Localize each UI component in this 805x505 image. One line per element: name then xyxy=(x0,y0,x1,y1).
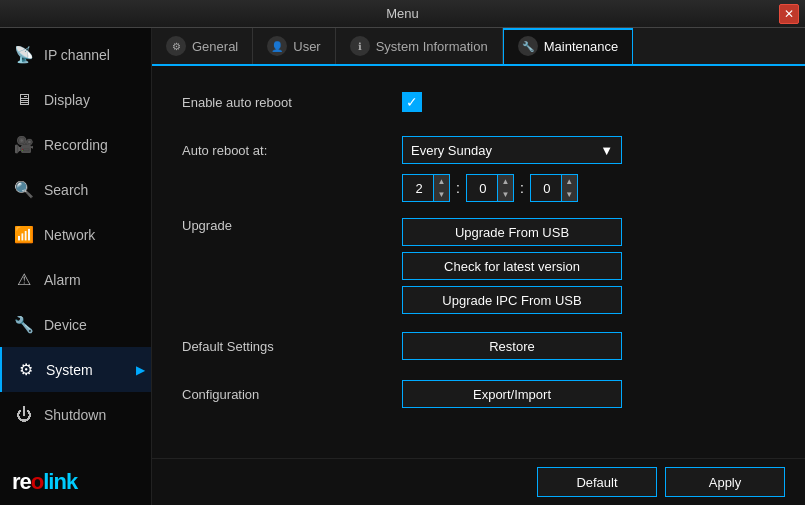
sidebar-label-alarm: Alarm xyxy=(44,272,81,288)
bottom-bar: Default Apply xyxy=(152,458,805,505)
default-settings-label: Default Settings xyxy=(182,339,402,354)
upgrade-controls: Upgrade From USB Check for latest versio… xyxy=(402,218,622,314)
close-button[interactable]: ✕ xyxy=(779,4,799,24)
minute-spinner[interactable]: 0 ▲ ▼ xyxy=(466,174,514,202)
sidebar-label-search: Search xyxy=(44,182,88,198)
upgrade-row: Upgrade Upgrade From USB Check for lates… xyxy=(182,218,775,314)
reboot-schedule-dropdown[interactable]: Every Sunday ▼ xyxy=(402,136,622,164)
settings-panel: Enable auto reboot ✓ Auto reboot at: Eve… xyxy=(152,66,805,458)
sysinfo-tab-icon: ℹ xyxy=(350,36,370,56)
sidebar-arrow-icon: ▶ xyxy=(136,363,145,377)
second-spinner[interactable]: 0 ▲ ▼ xyxy=(530,174,578,202)
time-spinner-row: 2 ▲ ▼ : 0 ▲ ▼ : 0 xyxy=(402,174,775,202)
alarm-icon: ⚠ xyxy=(12,268,36,292)
upgrade-label: Upgrade xyxy=(182,218,402,233)
sidebar-item-alarm[interactable]: ⚠ Alarm xyxy=(0,257,151,302)
minute-down-button[interactable]: ▼ xyxy=(497,188,513,201)
hour-value: 2 xyxy=(407,181,431,196)
tab-user-label: User xyxy=(293,39,320,54)
configuration-row: Configuration Export/Import xyxy=(182,378,775,410)
check-latest-button[interactable]: Check for latest version xyxy=(402,252,622,280)
export-import-control: Export/Import xyxy=(402,380,622,408)
tab-maintenance[interactable]: 🔧 Maintenance xyxy=(503,28,633,64)
hour-spinner[interactable]: 2 ▲ ▼ xyxy=(402,174,450,202)
minute-up-button[interactable]: ▲ xyxy=(497,175,513,188)
reboot-schedule-control: Every Sunday ▼ xyxy=(402,136,622,164)
minute-spinner-btns: ▲ ▼ xyxy=(497,175,513,201)
auto-reboot-row: Enable auto reboot ✓ xyxy=(182,86,775,118)
window-title: Menu xyxy=(386,6,419,21)
colon-2: : xyxy=(520,180,524,196)
apply-button[interactable]: Apply xyxy=(665,467,785,497)
colon-1: : xyxy=(456,180,460,196)
sidebar-label-display: Display xyxy=(44,92,90,108)
default-button[interactable]: Default xyxy=(537,467,657,497)
sidebar-label-system: System xyxy=(46,362,93,378)
sidebar-label-network: Network xyxy=(44,227,95,243)
hour-spinner-btns: ▲ ▼ xyxy=(433,175,449,201)
sidebar-item-network[interactable]: 📶 Network xyxy=(0,212,151,257)
sidebar-item-recording[interactable]: 🎥 Recording xyxy=(0,122,151,167)
tab-user[interactable]: 👤 User xyxy=(253,28,335,64)
restore-control: Restore xyxy=(402,332,622,360)
title-bar: Menu ✕ xyxy=(0,0,805,28)
configuration-label: Configuration xyxy=(182,387,402,402)
sidebar-label-shutdown: Shutdown xyxy=(44,407,106,423)
tab-maintenance-label: Maintenance xyxy=(544,39,618,54)
general-tab-icon: ⚙ xyxy=(166,36,186,56)
reolink-logo: reolink xyxy=(0,459,151,505)
tab-general[interactable]: ⚙ General xyxy=(152,28,253,64)
upgrade-ipc-button[interactable]: Upgrade IPC From USB xyxy=(402,286,622,314)
ip-channel-icon: 📡 xyxy=(12,43,36,67)
sidebar-label-ip-channel: IP channel xyxy=(44,47,110,63)
second-up-button[interactable]: ▲ xyxy=(561,175,577,188)
content-area: ⚙ General 👤 User ℹ System Information 🔧 … xyxy=(152,28,805,505)
hour-down-button[interactable]: ▼ xyxy=(433,188,449,201)
upgrade-usb-button[interactable]: Upgrade From USB xyxy=(402,218,622,246)
auto-reboot-label: Enable auto reboot xyxy=(182,95,402,110)
auto-reboot-control: ✓ xyxy=(402,92,422,112)
reboot-schedule-value: Every Sunday xyxy=(411,143,492,158)
display-icon: 🖥 xyxy=(12,88,36,112)
reboot-at-label: Auto reboot at: xyxy=(182,143,402,158)
network-icon: 📶 xyxy=(12,223,36,247)
minute-value: 0 xyxy=(471,181,495,196)
tab-general-label: General xyxy=(192,39,238,54)
user-tab-icon: 👤 xyxy=(267,36,287,56)
sidebar-item-display[interactable]: 🖥 Display xyxy=(0,77,151,122)
reboot-schedule-row: Auto reboot at: Every Sunday ▼ xyxy=(182,134,775,166)
tab-system-info[interactable]: ℹ System Information xyxy=(336,28,503,64)
sidebar-item-device[interactable]: 🔧 Device xyxy=(0,302,151,347)
main-layout: 📡 IP channel 🖥 Display 🎥 Recording 🔍 Sea… xyxy=(0,28,805,505)
restore-button[interactable]: Restore xyxy=(402,332,622,360)
tabs-bar: ⚙ General 👤 User ℹ System Information 🔧 … xyxy=(152,28,805,66)
hour-up-button[interactable]: ▲ xyxy=(433,175,449,188)
sidebar-label-device: Device xyxy=(44,317,87,333)
sidebar-item-system[interactable]: ⚙ System ▶ xyxy=(0,347,151,392)
maintenance-tab-icon: 🔧 xyxy=(518,36,538,56)
tab-sysinfo-label: System Information xyxy=(376,39,488,54)
second-value: 0 xyxy=(535,181,559,196)
dropdown-chevron-icon: ▼ xyxy=(600,143,613,158)
sidebar: 📡 IP channel 🖥 Display 🎥 Recording 🔍 Sea… xyxy=(0,28,152,505)
sidebar-label-recording: Recording xyxy=(44,137,108,153)
second-spinner-btns: ▲ ▼ xyxy=(561,175,577,201)
system-icon: ⚙ xyxy=(14,358,38,382)
device-icon: 🔧 xyxy=(12,313,36,337)
shutdown-icon: ⏻ xyxy=(12,403,36,427)
export-import-button[interactable]: Export/Import xyxy=(402,380,622,408)
search-icon: 🔍 xyxy=(12,178,36,202)
second-down-button[interactable]: ▼ xyxy=(561,188,577,201)
default-settings-row: Default Settings Restore xyxy=(182,330,775,362)
recording-icon: 🎥 xyxy=(12,133,36,157)
sidebar-item-shutdown[interactable]: ⏻ Shutdown xyxy=(0,392,151,437)
sidebar-item-ip-channel[interactable]: 📡 IP channel xyxy=(0,32,151,77)
sidebar-item-search[interactable]: 🔍 Search xyxy=(0,167,151,212)
auto-reboot-checkbox[interactable]: ✓ xyxy=(402,92,422,112)
